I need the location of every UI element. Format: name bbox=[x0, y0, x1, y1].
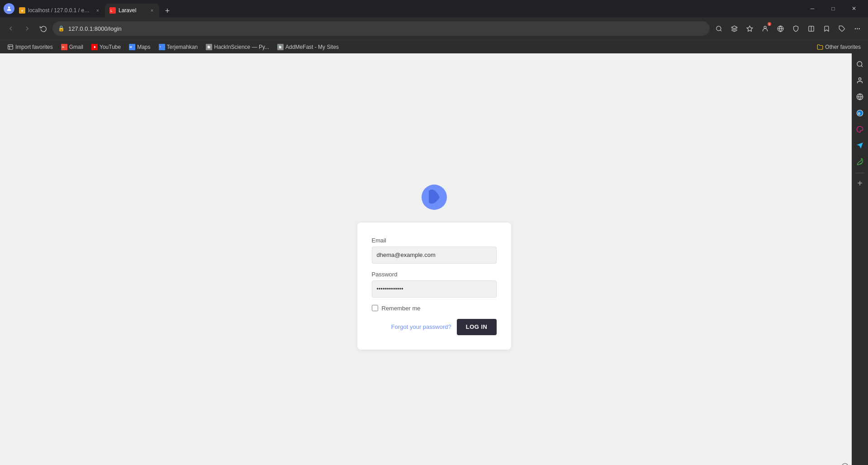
tab-laravel[interactable]: L Laravel × bbox=[105, 4, 159, 17]
svg-point-12 bbox=[855, 28, 855, 28]
form-footer: Forgot your password? LOG IN bbox=[372, 319, 497, 335]
tab-strip: e localhost / 127.0.0.1 / edu | php... ×… bbox=[14, 0, 802, 17]
sidebar-globe-icon[interactable] bbox=[853, 90, 867, 104]
forgot-password-link[interactable]: Forgot your password? bbox=[391, 323, 451, 330]
extensions-icon[interactable] bbox=[835, 21, 849, 36]
sidebar-add-button[interactable]: + bbox=[854, 177, 866, 190]
email-label: Email bbox=[372, 237, 497, 244]
fav-youtube[interactable]: YouTube bbox=[88, 43, 124, 51]
right-sidebar: O + bbox=[852, 53, 868, 465]
address-text: 127.0.0.1:8000/login bbox=[68, 25, 704, 32]
email-input[interactable] bbox=[372, 247, 497, 264]
fav-terjemahkan-label: Terjemahkan bbox=[167, 44, 198, 50]
app-logo bbox=[420, 183, 449, 212]
svg-line-4 bbox=[720, 30, 721, 31]
svg-point-3 bbox=[716, 26, 721, 30]
svg-text:📄: 📄 bbox=[279, 46, 282, 49]
sidebar-divider bbox=[855, 173, 864, 173]
sidebar-paint-icon[interactable] bbox=[853, 122, 867, 137]
fav-maps-label: Maps bbox=[137, 44, 150, 50]
svg-text:G: G bbox=[62, 46, 64, 48]
login-container: Email Password Remember me Forgot your p… bbox=[357, 183, 511, 350]
title-bar: e localhost / 127.0.0.1 / edu | php... ×… bbox=[0, 0, 868, 17]
minimize-button[interactable]: ─ bbox=[802, 2, 823, 15]
svg-point-31 bbox=[859, 78, 861, 80]
sidebar-telegram-icon[interactable] bbox=[853, 138, 867, 153]
tab-laravel-title: Laravel bbox=[119, 7, 146, 14]
search-nav-icon[interactable] bbox=[711, 21, 726, 36]
tab-edu-close[interactable]: × bbox=[94, 7, 101, 14]
tab-laravel-favicon: L bbox=[109, 7, 116, 14]
svg-text:📄: 📄 bbox=[207, 45, 211, 49]
fav-hackinscience-label: HackInScience — Py... bbox=[214, 44, 269, 50]
fav-hackinscience[interactable]: 📄 HackInScience — Py... bbox=[202, 43, 273, 51]
sidebar-leaf-icon[interactable] bbox=[853, 155, 867, 169]
password-label: Password bbox=[372, 271, 497, 278]
tab-laravel-close[interactable]: × bbox=[148, 7, 156, 14]
favorites-star-icon[interactable] bbox=[742, 21, 757, 36]
tab-edu-favicon: e bbox=[19, 7, 25, 14]
favorites-bar: Import favorites G Gmail YouTube M Maps … bbox=[0, 40, 868, 53]
tab-edu[interactable]: e localhost / 127.0.0.1 / edu | php... × bbox=[14, 4, 105, 17]
more-options-icon[interactable] bbox=[850, 21, 864, 36]
fav-import-favorites[interactable]: Import favorites bbox=[4, 43, 57, 51]
split-screen-icon[interactable] bbox=[804, 21, 818, 36]
fav-maps[interactable]: M Maps bbox=[125, 43, 154, 51]
svg-point-0 bbox=[8, 6, 10, 9]
read-aloud-icon[interactable] bbox=[727, 21, 741, 36]
tab-edu-title: localhost / 127.0.0.1 / edu | php... bbox=[28, 7, 91, 14]
svg-rect-15 bbox=[8, 44, 13, 49]
password-form-group: Password bbox=[372, 271, 497, 298]
email-form-group: Email bbox=[372, 237, 497, 264]
nav-bar: 🔒 127.0.0.1:8000/login 1 bbox=[0, 17, 868, 40]
refresh-button[interactable] bbox=[36, 21, 51, 36]
fav-gmail-label: Gmail bbox=[69, 44, 83, 50]
remember-me-checkbox[interactable] bbox=[372, 305, 378, 311]
profile-button[interactable] bbox=[4, 3, 14, 14]
fav-import-favorites-label: Import favorites bbox=[15, 44, 53, 50]
remember-row: Remember me bbox=[372, 305, 497, 312]
svg-text:O: O bbox=[858, 112, 860, 115]
sidebar-person-icon[interactable] bbox=[853, 73, 867, 88]
svg-point-13 bbox=[857, 28, 857, 28]
collections-icon[interactable] bbox=[773, 21, 787, 36]
fav-terjemahkan[interactable]: T Terjemahkan bbox=[155, 43, 202, 51]
title-bar-left bbox=[4, 3, 14, 14]
svg-point-36 bbox=[842, 464, 848, 465]
fav-youtube-label: YouTube bbox=[100, 44, 121, 50]
browser-chrome: e localhost / 127.0.0.1 / edu | php... ×… bbox=[0, 0, 868, 40]
page-content: Email Password Remember me Forgot your p… bbox=[0, 53, 868, 465]
sidebar-outlook-icon[interactable]: O bbox=[853, 106, 867, 120]
maximize-button[interactable]: □ bbox=[823, 2, 844, 15]
forward-button[interactable] bbox=[20, 21, 34, 36]
nav-actions: 1 bbox=[711, 21, 864, 36]
svg-point-14 bbox=[859, 28, 859, 28]
browser-essentials-icon[interactable] bbox=[788, 21, 803, 36]
svg-text:L: L bbox=[110, 9, 113, 12]
fav-other-favorites[interactable]: Other favorites bbox=[813, 43, 864, 51]
sidebar-search-icon[interactable] bbox=[853, 57, 867, 71]
fav-other-favorites-label: Other favorites bbox=[825, 44, 861, 50]
add-tab-button[interactable]: + bbox=[161, 5, 174, 17]
login-card: Email Password Remember me Forgot your p… bbox=[357, 223, 511, 350]
lock-icon: 🔒 bbox=[58, 25, 65, 32]
svg-line-30 bbox=[861, 66, 863, 67]
fav-addmefast-label: AddMeFast - My Sites bbox=[285, 44, 339, 50]
fav-addmefast[interactable]: 📄 AddMeFast - My Sites bbox=[274, 43, 342, 51]
favorites-menu-icon[interactable] bbox=[819, 21, 834, 36]
address-bar[interactable]: 🔒 127.0.0.1:8000/login bbox=[52, 21, 710, 36]
remember-me-label: Remember me bbox=[382, 305, 421, 312]
password-input[interactable] bbox=[372, 280, 497, 298]
svg-marker-5 bbox=[747, 26, 753, 31]
window-controls: ─ □ ✕ bbox=[802, 2, 864, 15]
bottom-search-icon[interactable] bbox=[841, 462, 850, 465]
svg-text:M: M bbox=[130, 46, 132, 48]
profile-nav-icon[interactable]: 1 bbox=[758, 21, 772, 36]
svg-point-29 bbox=[857, 62, 862, 66]
close-button[interactable]: ✕ bbox=[844, 2, 864, 15]
login-button[interactable]: LOG IN bbox=[457, 319, 497, 335]
back-button[interactable] bbox=[4, 21, 18, 36]
fav-gmail[interactable]: G Gmail bbox=[57, 43, 87, 51]
svg-point-6 bbox=[764, 26, 766, 28]
